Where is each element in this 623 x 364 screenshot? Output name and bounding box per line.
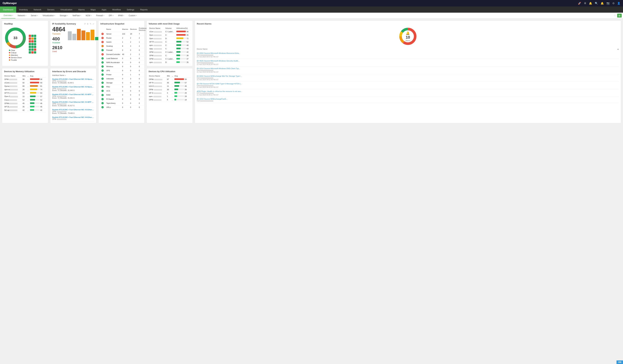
subnav-dpi[interactable]: DPI ▾ [107, 13, 116, 19]
subnav-netflow[interactable]: NetFlow ▾ [70, 13, 83, 19]
nav-dashboard[interactable]: Dashboard [0, 6, 16, 13]
alarm-title[interactable]: ID=4625 Source=Microsoft-Windows-Securit… [197, 60, 619, 62]
vol-util-cell: 72 [176, 37, 191, 40]
subnav-server[interactable]: Server ▾ [29, 13, 40, 19]
nav-workflow[interactable]: Workflow [109, 6, 124, 13]
subnav-ipam[interactable]: IPAM ▾ [116, 13, 126, 19]
bell-small-icon[interactable]: 🔔 [589, 2, 592, 5]
heatmap-bar-cell [31, 51, 34, 54]
cpu-min-cell: 4 [167, 98, 171, 102]
table-row: ✕ Router 2 2 2 [100, 36, 150, 40]
cpu-avg-cell: 99 [174, 78, 191, 81]
interface-name[interactable]: Realtek RTL8139C+ Fast Ethernet NIC #3-N… [52, 86, 94, 88]
camera-icon[interactable]: 📷 [606, 2, 610, 5]
interface-name[interactable]: Realtek RTL8139C+ Fast Ethernet NIC #3-E… [52, 109, 94, 111]
nav-network[interactable]: Network [31, 6, 44, 13]
chevron-down-icon: ▾ [67, 15, 68, 16]
table-row: OPM C:\ Label... 37 [149, 57, 191, 61]
status-cell: ✓ [100, 81, 105, 85]
main-nav: Dashboard Inventory Network Servers Virt… [0, 6, 623, 13]
notification-icon[interactable]: 🔔 [601, 2, 604, 5]
alarm-device: HP D [197, 92, 619, 94]
heatmap-bars [29, 35, 36, 54]
search-icon[interactable]: 🔍 [595, 2, 598, 5]
expand-icon[interactable]: ⤢ [93, 23, 94, 25]
table-row: ✓ UCS 0 0 0 [100, 89, 150, 93]
nav-settings[interactable]: Settings [124, 6, 137, 13]
cpu-device-cell: HP D [149, 91, 167, 95]
heatmap-bar-cell [31, 35, 34, 37]
dots-cell: ... [27, 98, 30, 102]
table-row: ✓ FCSwitch 0 0 0 [100, 97, 150, 101]
interface-name[interactable]: Realtek RTL8139C+ Fast Ethernet NIC #3-W… [52, 93, 94, 95]
cpu-min-cell: 11 [167, 85, 171, 88]
dots-cell: ... [27, 91, 30, 95]
monitor-icon[interactable]: 🖥 [584, 2, 586, 5]
name-cell: WAN Accelerator [105, 60, 121, 64]
alarm-title[interactable]: ID=1010 Source=MSExchangeFastS... [197, 98, 619, 100]
status-icon: ✓ [101, 78, 104, 80]
ip-chart [68, 27, 99, 40]
interfaces-widget: Interfaces by Errors and Discards Interf… [50, 68, 96, 123]
cpu-col-avg: Avg [174, 74, 191, 78]
cpu-device-cell: OPM [149, 98, 167, 102]
vol-util-cell: 42 [176, 50, 191, 54]
favorite-star-icon[interactable]: ☆ [614, 14, 616, 17]
subnav-network[interactable]: Network ▾ [15, 13, 29, 19]
nav-reports[interactable]: Reports [137, 6, 151, 13]
edit-icon[interactable]: ✎ [90, 23, 91, 25]
table-row: ✓ UPS 0 0 0 [100, 68, 150, 72]
devices-cell: 2 [129, 36, 138, 40]
alarm-title[interactable]: ID=1014 Source=Microsoft-Windows-DNS-Cli… [197, 67, 619, 69]
name-cell: Printer [105, 72, 121, 77]
status-icon: ✓ [101, 86, 104, 88]
table-row: OPM- 30 ... 39 [149, 88, 191, 91]
cpu-min-cell: 4 [167, 91, 171, 95]
table-row: OPM 4 ... 19 [149, 98, 191, 102]
layout-grid-button[interactable]: ⊞ [617, 14, 622, 18]
interface-name[interactable]: Realtek RTL8139C+ Fast Ethernet NIC #3-N… [52, 78, 94, 80]
chevron-down-icon: ▾ [91, 15, 91, 16]
interface-name[interactable]: Realtek RTL8139C+ Fast Ethernet NIC #3-W… [52, 101, 94, 103]
name-cell: Server [105, 32, 121, 36]
user-icon[interactable]: 👤 [617, 2, 621, 5]
settings-icon[interactable]: ⚙ [612, 2, 615, 5]
alarm-title[interactable]: APM Plugin: Health is critical as the re… [197, 90, 619, 92]
subnav-virtualization[interactable]: Virtualization ▾ [40, 13, 57, 19]
heatmap-bar-cell [29, 40, 31, 43]
nav-inventory[interactable]: Inventory [16, 6, 31, 13]
devices-cell: 0 [129, 60, 138, 64]
subnav-storage[interactable]: Storage ▾ [57, 13, 70, 19]
table-row: Opm D: 72 [149, 37, 191, 40]
subnav-custom[interactable]: Custom ▾ [126, 13, 139, 19]
table-row: vCen C:\ Label... 96 [149, 30, 191, 33]
refresh-icon[interactable]: ↺ [84, 23, 86, 25]
rocket-icon[interactable]: 🚀 [578, 2, 581, 5]
name-cell: RAID [105, 93, 121, 97]
subnav-firewall[interactable]: Firewall ▾ [94, 13, 106, 19]
nav-servers[interactable]: Servers [44, 6, 57, 13]
devices-cell: 3 [129, 77, 138, 81]
alarm-title[interactable]: ID=700 Source=NTDS ISAM Type=3 Message=N… [197, 83, 619, 85]
dots-cell: ... [27, 102, 30, 105]
interface-col-header: Interface Name [52, 74, 65, 76]
min-cell: 15 [22, 95, 27, 98]
interface-name[interactable]: Realtek RTL8139C+ Fast Ethernet NIC #4-E… [52, 116, 94, 118]
alarms-cell: 0 [121, 64, 129, 68]
nav-apps[interactable]: Apps [99, 6, 109, 13]
heatmap-bar-cell [31, 48, 34, 51]
table-row: HP D 4 ... 29 [149, 91, 191, 95]
devices-cell: 0 [129, 56, 138, 60]
cpu-dots-cell: ... [171, 91, 174, 95]
alarm-title[interactable]: ID=6002 Source=MSExchange Mid-Tier Stora… [197, 75, 619, 77]
nav-virtualization[interactable]: Virtualization [57, 6, 75, 13]
chevron-down-icon: ▾ [80, 15, 81, 16]
nav-alarms[interactable]: Alarms [75, 6, 88, 13]
copy-icon[interactable]: ⧉ [87, 23, 89, 25]
alarm-title[interactable]: ID=2004 Source=Microsoft-Windows-Resourc… [197, 52, 619, 54]
subnav-ncm[interactable]: NCM ▾ [83, 13, 94, 19]
memory-col-dots: ... [27, 74, 30, 78]
nav-maps[interactable]: Maps [88, 6, 99, 13]
subnav-overview[interactable]: Overview ▾ [1, 13, 15, 19]
alarm-device: Opm [197, 62, 619, 64]
